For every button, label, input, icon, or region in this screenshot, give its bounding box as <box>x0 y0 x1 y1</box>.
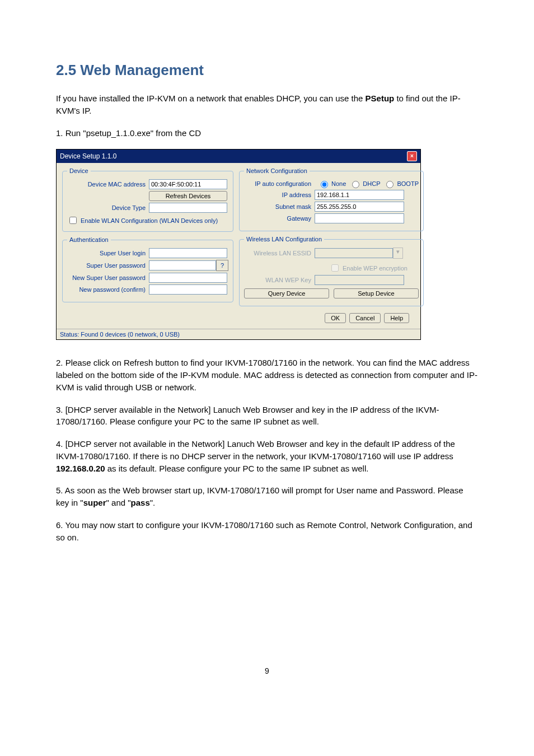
help-button[interactable]: Help <box>384 313 409 323</box>
ip-auto-label: IP auto configuration <box>244 180 315 187</box>
mac-label: Device MAC address <box>67 181 149 188</box>
password-help-button[interactable]: ? <box>216 260 228 271</box>
intro-paragraph: If you have installed the IP-KVM on a ne… <box>56 92 478 117</box>
wep-key-input <box>315 275 404 285</box>
step5-end: ". <box>150 498 156 507</box>
psetup-screenshot: Device Setup 1.1.0 × Device Device MAC a… <box>56 149 478 340</box>
mac-input[interactable] <box>149 179 227 189</box>
device-group: Device Device MAC address Refresh Device… <box>62 167 233 232</box>
setup-device-button[interactable]: Setup Device <box>334 288 419 298</box>
mask-label: Subnet mask <box>244 203 315 210</box>
enable-wlan-label: Enable WLAN Configuration (WLAN Devices … <box>81 217 218 224</box>
super-pass-input[interactable] <box>149 260 216 270</box>
status-bar: Status: Found 0 devices (0 network, 0 US… <box>57 329 420 339</box>
step4-b: as its default. Please configure your PC… <box>105 464 369 473</box>
step-2: 2. Please click on Refresh button to fin… <box>56 357 478 393</box>
step-3: 3. [DHCP server available in the Network… <box>56 404 478 428</box>
super-login-label: Super User login <box>67 250 149 256</box>
default-ip-bold: 192.168.0.20 <box>56 464 105 473</box>
auth-group: Authentication Super User login Super Us… <box>62 236 233 302</box>
super-bold: super <box>83 498 106 507</box>
network-group: Network Configuration IP auto configurat… <box>239 167 424 231</box>
psetup-bold: PSetup <box>366 94 395 103</box>
query-device-button[interactable]: Query Device <box>244 288 329 298</box>
gateway-input[interactable] <box>315 213 404 223</box>
auth-legend: Authentication <box>67 236 111 243</box>
mask-input[interactable] <box>315 202 404 212</box>
page-number: 9 <box>56 666 478 675</box>
network-legend: Network Configuration <box>244 167 310 174</box>
device-legend: Device <box>67 167 91 174</box>
cancel-button[interactable]: Cancel <box>349 313 381 323</box>
step5-mid: " and " <box>106 498 131 507</box>
radio-dhcp[interactable]: DHCP <box>349 179 380 188</box>
ip-input[interactable] <box>315 190 404 200</box>
step4-a: 4. [DHCP server not available in the Net… <box>56 439 455 461</box>
new-pass-label: New Super User password <box>67 274 149 281</box>
refresh-devices-button[interactable]: Refresh Devices <box>149 191 227 201</box>
confirm-pass-input[interactable] <box>149 284 227 295</box>
device-type-label: Device Type <box>67 204 149 211</box>
enable-wlan-checkbox[interactable] <box>69 217 77 224</box>
wep-key-label: WLAN WEP Key <box>244 277 315 283</box>
wlan-legend: Wireless LAN Configuration <box>244 236 324 242</box>
essid-select <box>315 248 393 258</box>
window-title: Device Setup 1.1.0 <box>60 152 116 160</box>
new-pass-input[interactable] <box>149 273 227 283</box>
wlan-group: Wireless LAN Configuration Wireless LAN … <box>239 236 424 306</box>
step-5: 5. As soon as the Web browser start up, … <box>56 484 478 509</box>
device-type-input[interactable] <box>149 203 227 213</box>
confirm-pass-label: New password (confirm) <box>67 286 149 293</box>
step-4: 4. [DHCP server not available in the Net… <box>56 438 478 474</box>
window-titlebar: Device Setup 1.1.0 × <box>57 150 420 163</box>
super-pass-label: Super User password <box>67 262 149 269</box>
section-heading: 2.5 Web Management <box>56 62 478 79</box>
radio-bootp[interactable]: BOOTP <box>383 179 419 188</box>
super-login-input[interactable] <box>149 248 227 258</box>
enable-wep-checkbox: Enable WEP encryption <box>329 263 407 273</box>
step-1: 1. Run "psetup_1.1.0.exe" from the CD <box>56 127 478 139</box>
pass-bold: pass <box>131 498 150 507</box>
radio-none[interactable]: None <box>318 179 346 188</box>
ok-button[interactable]: OK <box>325 313 346 323</box>
essid-label: Wireless LAN ESSID <box>244 250 315 256</box>
chevron-down-icon: ▾ <box>393 248 403 259</box>
ip-label: IP address <box>244 192 315 198</box>
close-icon[interactable]: × <box>407 151 417 161</box>
step-6: 6. You may now start to configure your I… <box>56 519 478 544</box>
intro-text-a: If you have installed the IP-KVM on a ne… <box>56 94 366 103</box>
gateway-label: Gateway <box>244 215 315 222</box>
